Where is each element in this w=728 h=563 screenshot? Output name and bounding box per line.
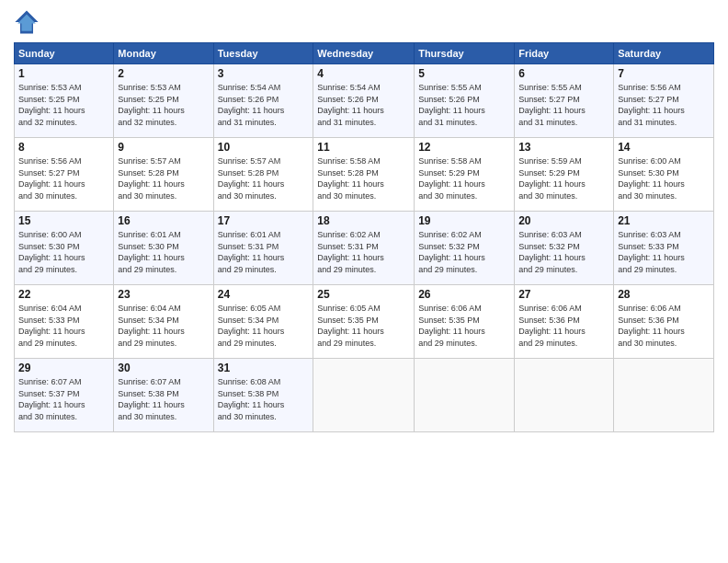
day-number: 15: [18, 214, 109, 227]
calendar-header-tuesday: Tuesday: [213, 43, 313, 64]
calendar-cell: [415, 359, 515, 432]
day-info: Sunrise: 6:07 AM Sunset: 5:38 PM Dayligh…: [118, 376, 209, 422]
calendar-header-saturday: Saturday: [614, 43, 714, 64]
day-number: 17: [218, 214, 310, 227]
day-number: 26: [418, 288, 510, 301]
day-number: 5: [418, 67, 510, 80]
calendar-cell: 14Sunrise: 6:00 AM Sunset: 5:30 PM Dayli…: [614, 138, 714, 212]
page: SundayMondayTuesdayWednesdayThursdayFrid…: [0, 0, 728, 563]
day-number: 22: [18, 288, 109, 301]
day-number: 31: [218, 362, 310, 374]
calendar-header-row: SundayMondayTuesdayWednesdayThursdayFrid…: [15, 43, 714, 64]
day-number: 4: [317, 67, 410, 80]
day-info: Sunrise: 6:02 AM Sunset: 5:32 PM Dayligh…: [418, 229, 510, 275]
day-number: 23: [118, 288, 209, 301]
day-number: 19: [418, 214, 510, 227]
calendar-cell: 26Sunrise: 6:06 AM Sunset: 5:35 PM Dayli…: [415, 285, 515, 359]
calendar-cell: 15Sunrise: 6:00 AM Sunset: 5:30 PM Dayli…: [15, 212, 114, 285]
calendar-header-monday: Monday: [114, 43, 213, 64]
day-info: Sunrise: 5:54 AM Sunset: 5:26 PM Dayligh…: [317, 82, 410, 128]
calendar-header-thursday: Thursday: [415, 43, 515, 64]
calendar-cell: 20Sunrise: 6:03 AM Sunset: 5:32 PM Dayli…: [515, 212, 614, 285]
day-info: Sunrise: 5:58 AM Sunset: 5:28 PM Dayligh…: [317, 155, 410, 201]
day-number: 7: [618, 67, 710, 80]
day-number: 1: [18, 67, 109, 80]
day-info: Sunrise: 5:53 AM Sunset: 5:25 PM Dayligh…: [118, 82, 209, 128]
day-info: Sunrise: 6:03 AM Sunset: 5:32 PM Dayligh…: [518, 229, 609, 275]
day-info: Sunrise: 5:55 AM Sunset: 5:27 PM Dayligh…: [518, 82, 609, 128]
calendar-cell: 21Sunrise: 6:03 AM Sunset: 5:33 PM Dayli…: [614, 212, 714, 285]
day-number: 9: [118, 141, 209, 154]
calendar-cell: 9Sunrise: 5:57 AM Sunset: 5:28 PM Daylig…: [114, 138, 213, 212]
calendar-cell: 31Sunrise: 6:08 AM Sunset: 5:38 PM Dayli…: [213, 359, 313, 432]
calendar-table: SundayMondayTuesdayWednesdayThursdayFrid…: [14, 42, 714, 432]
day-number: 20: [518, 214, 609, 227]
calendar-cell: 30Sunrise: 6:07 AM Sunset: 5:38 PM Dayli…: [114, 359, 213, 432]
calendar-cell: 27Sunrise: 6:06 AM Sunset: 5:36 PM Dayli…: [515, 285, 614, 359]
day-info: Sunrise: 5:56 AM Sunset: 5:27 PM Dayligh…: [618, 82, 710, 128]
calendar-cell: 10Sunrise: 5:57 AM Sunset: 5:28 PM Dayli…: [213, 138, 313, 212]
calendar-cell: 29Sunrise: 6:07 AM Sunset: 5:37 PM Dayli…: [15, 359, 114, 432]
day-number: 30: [118, 362, 209, 374]
calendar-cell: 6Sunrise: 5:55 AM Sunset: 5:27 PM Daylig…: [515, 64, 614, 138]
day-number: 2: [118, 67, 209, 80]
day-number: 24: [218, 288, 310, 301]
calendar-cell: 23Sunrise: 6:04 AM Sunset: 5:34 PM Dayli…: [114, 285, 213, 359]
calendar-cell: 16Sunrise: 6:01 AM Sunset: 5:30 PM Dayli…: [114, 212, 213, 285]
day-info: Sunrise: 6:04 AM Sunset: 5:34 PM Dayligh…: [118, 303, 209, 349]
calendar-cell: 1Sunrise: 5:53 AM Sunset: 5:25 PM Daylig…: [15, 64, 114, 138]
day-info: Sunrise: 6:01 AM Sunset: 5:30 PM Dayligh…: [118, 229, 209, 275]
calendar-cell: 22Sunrise: 6:04 AM Sunset: 5:33 PM Dayli…: [15, 285, 114, 359]
day-info: Sunrise: 5:57 AM Sunset: 5:28 PM Dayligh…: [218, 155, 310, 201]
day-number: 27: [518, 288, 609, 301]
day-info: Sunrise: 5:53 AM Sunset: 5:25 PM Dayligh…: [18, 82, 109, 128]
day-number: 3: [218, 67, 310, 80]
calendar-cell: 17Sunrise: 6:01 AM Sunset: 5:31 PM Dayli…: [213, 212, 313, 285]
calendar-cell: 13Sunrise: 5:59 AM Sunset: 5:29 PM Dayli…: [515, 138, 614, 212]
day-info: Sunrise: 6:03 AM Sunset: 5:33 PM Dayligh…: [618, 229, 710, 275]
logo: [14, 9, 43, 35]
calendar-cell: [614, 359, 714, 432]
day-number: 18: [317, 214, 410, 227]
calendar-week-0: 1Sunrise: 5:53 AM Sunset: 5:25 PM Daylig…: [15, 64, 714, 138]
day-number: 28: [618, 288, 710, 301]
calendar-cell: 28Sunrise: 6:06 AM Sunset: 5:36 PM Dayli…: [614, 285, 714, 359]
day-info: Sunrise: 5:54 AM Sunset: 5:26 PM Dayligh…: [218, 82, 310, 128]
calendar-week-2: 15Sunrise: 6:00 AM Sunset: 5:30 PM Dayli…: [15, 212, 714, 285]
calendar-cell: 4Sunrise: 5:54 AM Sunset: 5:26 PM Daylig…: [313, 64, 415, 138]
calendar-cell: 8Sunrise: 5:56 AM Sunset: 5:27 PM Daylig…: [15, 138, 114, 212]
day-info: Sunrise: 5:58 AM Sunset: 5:29 PM Dayligh…: [418, 155, 510, 201]
day-info: Sunrise: 6:04 AM Sunset: 5:33 PM Dayligh…: [18, 303, 109, 349]
calendar-cell: 3Sunrise: 5:54 AM Sunset: 5:26 PM Daylig…: [213, 64, 313, 138]
day-number: 11: [317, 141, 410, 154]
day-number: 10: [218, 141, 310, 154]
calendar-cell: 25Sunrise: 6:05 AM Sunset: 5:35 PM Dayli…: [313, 285, 415, 359]
day-info: Sunrise: 6:06 AM Sunset: 5:35 PM Dayligh…: [418, 303, 510, 349]
calendar-cell: 18Sunrise: 6:02 AM Sunset: 5:31 PM Dayli…: [313, 212, 415, 285]
calendar-cell: [515, 359, 614, 432]
calendar-week-3: 22Sunrise: 6:04 AM Sunset: 5:33 PM Dayli…: [15, 285, 714, 359]
day-number: 16: [118, 214, 209, 227]
day-info: Sunrise: 5:56 AM Sunset: 5:27 PM Dayligh…: [18, 155, 109, 201]
calendar-cell: 11Sunrise: 5:58 AM Sunset: 5:28 PM Dayli…: [313, 138, 415, 212]
day-number: 21: [618, 214, 710, 227]
calendar-cell: [313, 359, 415, 432]
day-info: Sunrise: 6:06 AM Sunset: 5:36 PM Dayligh…: [618, 303, 710, 349]
day-info: Sunrise: 6:01 AM Sunset: 5:31 PM Dayligh…: [218, 229, 310, 275]
day-info: Sunrise: 6:05 AM Sunset: 5:34 PM Dayligh…: [218, 303, 310, 349]
calendar-cell: 7Sunrise: 5:56 AM Sunset: 5:27 PM Daylig…: [614, 64, 714, 138]
logo-icon: [14, 9, 40, 35]
day-number: 29: [18, 362, 109, 374]
calendar-header-sunday: Sunday: [15, 43, 114, 64]
header: [14, 9, 714, 35]
day-number: 12: [418, 141, 510, 154]
day-info: Sunrise: 6:00 AM Sunset: 5:30 PM Dayligh…: [618, 155, 710, 201]
day-info: Sunrise: 5:57 AM Sunset: 5:28 PM Dayligh…: [118, 155, 209, 201]
calendar-cell: 24Sunrise: 6:05 AM Sunset: 5:34 PM Dayli…: [213, 285, 313, 359]
calendar-cell: 12Sunrise: 5:58 AM Sunset: 5:29 PM Dayli…: [415, 138, 515, 212]
day-number: 13: [518, 141, 609, 154]
day-number: 8: [18, 141, 109, 154]
day-number: 6: [518, 67, 609, 80]
calendar-cell: 5Sunrise: 5:55 AM Sunset: 5:26 PM Daylig…: [415, 64, 515, 138]
calendar-header-friday: Friday: [515, 43, 614, 64]
